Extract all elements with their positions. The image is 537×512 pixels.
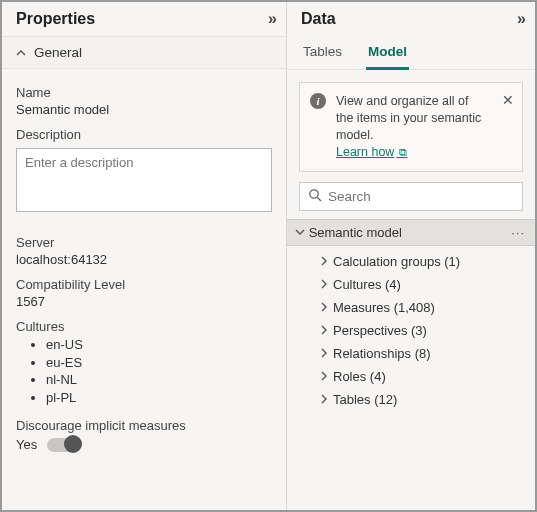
- discourage-toggle[interactable]: [47, 438, 81, 452]
- tree-item[interactable]: Measures (1,408): [287, 296, 535, 319]
- tree-item[interactable]: Cultures (4): [287, 273, 535, 296]
- model-tree: Calculation groups (1)Cultures (4)Measur…: [287, 246, 535, 419]
- more-icon[interactable]: ···: [511, 225, 525, 240]
- search-input[interactable]: [328, 189, 514, 204]
- data-header: Data »: [287, 2, 535, 36]
- properties-body: Name Semantic model Description Server l…: [2, 69, 286, 510]
- tree-item[interactable]: Perspectives (3): [287, 319, 535, 342]
- chevron-right-icon: [319, 279, 329, 289]
- tree-item-label: Relationships (8): [333, 346, 431, 361]
- list-item: pl-PL: [46, 389, 272, 407]
- close-icon[interactable]: ✕: [502, 91, 514, 110]
- description-input[interactable]: [16, 148, 272, 212]
- tree-item-label: Calculation groups (1): [333, 254, 460, 269]
- chevron-right-icon: [319, 394, 329, 404]
- general-section-label: General: [34, 45, 82, 60]
- svg-point-0: [310, 189, 318, 197]
- chevron-right-icon: [319, 325, 329, 335]
- external-link-icon: ⧉: [396, 146, 407, 158]
- collapse-data-icon[interactable]: »: [517, 10, 523, 28]
- tree-item-label: Cultures (4): [333, 277, 401, 292]
- learn-how-link[interactable]: Learn how ⧉: [336, 145, 407, 159]
- toggle-knob: [64, 435, 82, 453]
- info-icon: i: [310, 93, 326, 109]
- tree-item[interactable]: Relationships (8): [287, 342, 535, 365]
- tab-model[interactable]: Model: [366, 36, 409, 69]
- data-tabs: Tables Model: [287, 36, 535, 70]
- collapse-properties-icon[interactable]: »: [268, 10, 274, 28]
- chevron-right-icon: [319, 371, 329, 381]
- info-text: View and organize all of the items in yo…: [336, 94, 481, 142]
- discourage-label: Discourage implicit measures: [16, 418, 272, 433]
- properties-panel: Properties » General Name Semantic model…: [2, 2, 287, 510]
- compat-label: Compatibility Level: [16, 277, 272, 292]
- search-box[interactable]: [299, 182, 523, 211]
- search-icon: [308, 188, 322, 205]
- data-title: Data: [301, 10, 336, 28]
- list-item: en-US: [46, 336, 272, 354]
- name-value: Semantic model: [16, 102, 272, 117]
- compat-value: 1567: [16, 294, 272, 309]
- cultures-list: en-US eu-ES nl-NL pl-PL: [16, 336, 272, 406]
- properties-header: Properties »: [2, 2, 286, 36]
- tree-root-label: Semantic model: [309, 225, 402, 240]
- tree-root[interactable]: Semantic model ···: [287, 219, 535, 246]
- tab-tables[interactable]: Tables: [301, 36, 344, 69]
- svg-line-1: [317, 197, 321, 201]
- list-item: nl-NL: [46, 371, 272, 389]
- name-label: Name: [16, 85, 272, 100]
- server-value: localhost:64132: [16, 252, 272, 267]
- chevron-right-icon: [319, 348, 329, 358]
- tree-item-label: Roles (4): [333, 369, 386, 384]
- cultures-label: Cultures: [16, 319, 272, 334]
- discourage-state: Yes: [16, 437, 37, 452]
- chevron-up-icon: [16, 48, 26, 58]
- chevron-right-icon: [319, 256, 329, 266]
- tree-item-label: Perspectives (3): [333, 323, 427, 338]
- tree-item[interactable]: Tables (12): [287, 388, 535, 411]
- chevron-down-icon: [295, 227, 305, 237]
- properties-title: Properties: [16, 10, 95, 28]
- tree-item[interactable]: Calculation groups (1): [287, 250, 535, 273]
- tree-item[interactable]: Roles (4): [287, 365, 535, 388]
- server-label: Server: [16, 235, 272, 250]
- tree-item-label: Tables (12): [333, 392, 397, 407]
- description-label: Description: [16, 127, 272, 142]
- list-item: eu-ES: [46, 354, 272, 372]
- info-banner: i ✕ View and organize all of the items i…: [299, 82, 523, 172]
- tree-item-label: Measures (1,408): [333, 300, 435, 315]
- general-section-header[interactable]: General: [2, 36, 286, 69]
- data-panel: Data » Tables Model i ✕ View and organiz…: [287, 2, 535, 510]
- chevron-right-icon: [319, 302, 329, 312]
